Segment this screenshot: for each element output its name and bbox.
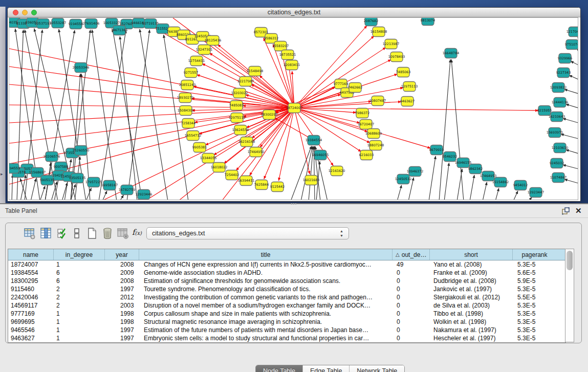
cell-short: Yano et al. (2008): [430, 260, 513, 269]
table-row[interactable]: 946362711997Embryonic stem cells: a mode…: [8, 334, 565, 342]
table-settings-icon[interactable]: [24, 227, 36, 239]
edge-arrowhead-icon: [139, 29, 141, 32]
column-visibility-icon[interactable]: [40, 227, 52, 239]
graph-node-label: 18807248: [367, 143, 384, 147]
cell-short: Franke et al. (2009): [430, 269, 513, 277]
graph-edge: [429, 156, 435, 200]
table-row[interactable]: 1938455462009Genome-wide association stu…: [8, 269, 565, 277]
cell-year: 1997: [105, 285, 139, 293]
cell-name: 9463627: [8, 334, 54, 342]
edge-arrowhead-icon: [65, 183, 68, 186]
column-header-in-degree[interactable]: in_degree: [54, 249, 105, 260]
close-panel-icon[interactable]: ✕: [575, 206, 582, 215]
edge-arrowhead-icon: [70, 159, 72, 162]
tab-network-table[interactable]: Network Table: [350, 365, 404, 372]
table-mode-icon[interactable]: [71, 227, 83, 239]
edge-arrowhead-icon: [411, 178, 414, 181]
panel-divider: [0, 217, 588, 218]
table-panel-title: Table Panel: [5, 207, 37, 214]
graph-node-label: 12975113: [401, 84, 418, 89]
cell-short: Tibbo et al. (1998): [430, 310, 513, 318]
edge-arrowhead-icon: [121, 195, 123, 198]
network-window[interactable]: citations_edges.txt 24035728133814936051…: [7, 7, 581, 202]
graph-node-label: 18125436: [205, 38, 222, 42]
table-row[interactable]: 946554611997Estimation of the future num…: [8, 326, 565, 334]
graph-node-label: 16394411: [238, 179, 255, 183]
graph-node-label: 16946155: [455, 161, 472, 165]
cell-in-degree: 1: [54, 260, 105, 269]
edge-arrowhead-icon: [331, 163, 334, 166]
edge-arrowhead-icon: [148, 30, 150, 33]
table-scrollbar[interactable]: [565, 249, 574, 342]
cell-out-degree: 0: [393, 326, 430, 334]
graph-node-label: 10946372: [407, 169, 424, 173]
table-row[interactable]: 1456911722003Disruption of a novel membe…: [8, 301, 565, 310]
cell-pagerank: 5.3E-5: [513, 334, 556, 342]
graph-node-label: 6216033: [359, 153, 374, 157]
table-selector-dropdown[interactable]: citations_edges.txt ▲▼: [146, 227, 349, 239]
table-row[interactable]: 2242004622012Investigating the contribut…: [8, 293, 565, 301]
cell-pagerank: 5.5E-5: [513, 293, 556, 301]
graph-node-label: 17464953: [480, 174, 497, 178]
node-table[interactable]: name in_degree year title △ out_de… shor…: [8, 249, 566, 343]
cell-short: Wolkin et al. (1998): [430, 318, 513, 326]
edge-arrowhead-icon: [89, 30, 91, 33]
graph-edge: [12, 174, 13, 200]
edge-arrowhead-icon: [34, 29, 36, 32]
graph-edge: [92, 30, 117, 200]
table-row[interactable]: 1830029562008Estimation of significance …: [8, 277, 565, 285]
column-header-pagerank[interactable]: pagerank: [513, 249, 556, 260]
scrollbar-thumb[interactable]: [567, 251, 573, 270]
graph-node-label: 9194558: [69, 22, 83, 26]
table-toolbar: f(x) citations_edges.txt ▲▼: [6, 226, 581, 242]
column-header-year[interactable]: year: [105, 249, 139, 260]
graph-node-label: 9463627: [400, 99, 415, 103]
edge-arrowhead-icon: [55, 181, 57, 184]
desktop-background: ▸ citations_edges.txt 240357281338149360…: [0, 0, 588, 203]
graph-node-label: 19384554: [306, 138, 322, 142]
graph-node-label: 7625844: [254, 183, 269, 187]
graph-node-label: 18300295: [261, 113, 278, 117]
graph-node-label: 25260550: [73, 148, 90, 152]
graph-node-label: 16018022: [211, 165, 228, 169]
delete-rows-icon[interactable]: [101, 227, 114, 239]
graph-node-label: 16720407: [358, 122, 375, 126]
function-builder-icon[interactable]: f(x): [132, 228, 144, 240]
table-row[interactable]: 1872400712008Changes of HCN gene express…: [8, 260, 565, 269]
network-canvas[interactable]: 2403572813381493605192053719310553287919…: [9, 17, 578, 200]
edge-arrowhead-icon: [91, 30, 94, 33]
edge-arrowhead-icon: [309, 146, 312, 149]
column-header-name[interactable]: name: [8, 249, 54, 260]
new-document-icon[interactable]: [86, 227, 98, 239]
table-row[interactable]: 969969511998Structural magnetic resonanc…: [8, 318, 565, 326]
graph-node-label: 17957225: [85, 180, 102, 184]
column-header-out-degree[interactable]: △ out_de…: [393, 249, 430, 260]
graph-node-label: 9454012: [513, 183, 528, 187]
cell-out-degree: 0: [393, 277, 430, 285]
network-window-titlebar[interactable]: citations_edges.txt: [8, 8, 580, 17]
cell-short: Nakamura et al. (1997): [430, 326, 513, 334]
panel-collapse-arrow-icon[interactable]: ▸: [1, 171, 3, 177]
edge-arrowhead-icon: [472, 175, 475, 178]
graph-node-label: 20851243: [179, 83, 196, 87]
table-selector-value: citations_edges.txt: [152, 230, 205, 237]
row-selection-icon[interactable]: [56, 227, 69, 239]
dropdown-arrows-icon: ▲▼: [340, 229, 343, 238]
cell-pagerank: 5.3E-5: [513, 285, 556, 293]
graph-node-label: 16958167: [101, 183, 118, 187]
split-pane-grabber[interactable]: [291, 203, 296, 205]
tab-node-table[interactable]: Node Table: [256, 365, 303, 372]
column-header-title[interactable]: title: [139, 249, 393, 260]
table-row[interactable]: 977716911998Corpus callosum shape and si…: [8, 310, 565, 318]
column-header-short[interactable]: short: [430, 249, 513, 260]
graph-node-label: 18724007: [286, 106, 303, 110]
graph-node-label: 16216168: [238, 140, 255, 144]
cell-title: Structural magnetic resonance image aver…: [139, 318, 393, 326]
table-header-row[interactable]: name in_degree year title △ out_de… shor…: [8, 249, 565, 260]
table-body: 1872400712008Changes of HCN gene express…: [8, 260, 565, 342]
graph-edge: [113, 29, 142, 200]
table-row[interactable]: 911546021997Tourette syndrome. Phenomeno…: [8, 285, 565, 293]
tab-edge-table[interactable]: Edge Table: [303, 365, 350, 372]
float-panel-icon[interactable]: [562, 207, 570, 215]
citation-network-graph[interactable]: 2403572813381493605192053719310553287919…: [9, 18, 578, 200]
